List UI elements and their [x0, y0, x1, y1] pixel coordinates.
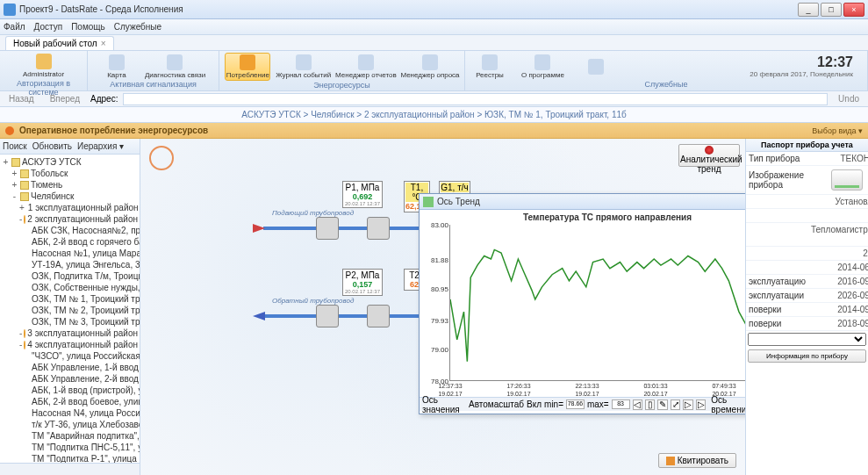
min-input[interactable]: 78.66: [566, 399, 585, 409]
tree-node[interactable]: т/к УТ-36, улица Хлебозаво: [2, 419, 138, 430]
menu-help[interactable]: Помощь: [71, 22, 105, 32]
tree-node[interactable]: ОЗК, Подпитка Т/м, Троицк: [2, 270, 138, 282]
pump-2[interactable]: [367, 305, 390, 327]
passport-header: Паспорт прибора учета: [746, 139, 868, 152]
nav-bar: Назад Вперед Адрес: Undo: [0, 91, 868, 107]
tree-node[interactable]: АБК СЗК, Насосная№2, про: [2, 225, 138, 236]
tree-node[interactable]: +Тюмень: [2, 179, 138, 191]
hierarchy-select[interactable]: Иерархия ▾: [77, 141, 124, 151]
max-input[interactable]: 83: [612, 399, 630, 409]
journal-button[interactable]: Журнал событий: [276, 54, 330, 80]
menu-bar: Файл Доступ Помощь Служебные: [0, 19, 868, 35]
about-button[interactable]: О программе: [518, 54, 568, 80]
tree-node[interactable]: ТМ "Аварийная подпитка", у: [2, 430, 138, 442]
tool-1[interactable]: ▯: [645, 399, 655, 410]
menu-file[interactable]: Файл: [4, 22, 25, 32]
journal-icon: [296, 54, 312, 70]
valve-2[interactable]: [316, 305, 339, 327]
analytic-trend-button[interactable]: Аналитический тренд: [678, 144, 740, 167]
info-icon: [534, 54, 550, 70]
tree-node[interactable]: АБК, 2-й ввод боевое, улиц: [2, 396, 138, 407]
page-title: Оперативное потребление энергоресурсов: [19, 126, 807, 135]
tool-next[interactable]: ▷: [696, 399, 706, 410]
tab-close-icon[interactable]: ×: [101, 39, 106, 48]
tab-bar: Новый рабочий стол ×: [0, 35, 868, 51]
breadcrumb[interactable]: АСКУТЭ УТСК > Челябинск > 2 эксплуатацио…: [0, 107, 868, 123]
tree-node[interactable]: +АСКУТЭ УТСК: [2, 156, 138, 168]
sidebar: Поиск Обновить Иерархия ▾ +АСКУТЭ УТСК+Т…: [0, 139, 140, 475]
app-icon: [4, 4, 16, 16]
passport-select[interactable]: [748, 333, 866, 346]
arrow-right-icon: [253, 224, 265, 233]
poll-button[interactable]: Менеджер опроса: [401, 54, 459, 80]
consumption-button[interactable]: Потребление: [225, 53, 270, 81]
tab-desktop[interactable]: Новый рабочий стол ×: [5, 36, 114, 50]
tree-node[interactable]: -3 эксплуатационный район: [2, 327, 138, 339]
tool-prev[interactable]: ◁: [633, 399, 642, 410]
menu-access[interactable]: Доступ: [34, 22, 63, 32]
tool-play[interactable]: ▷: [683, 399, 692, 410]
chart-title: Температура ТС прямого направления: [420, 210, 745, 225]
bot-pipe-label: Обратный трубопровод: [272, 297, 354, 305]
tree-node[interactable]: АБК Управление, 1-й ввод: [2, 362, 138, 373]
gauge-g1[interactable]: G1, т/ч: [439, 181, 470, 194]
address-input[interactable]: [123, 93, 828, 105]
tree-node[interactable]: +1 эксплуатационный район: [2, 202, 138, 213]
reports-button[interactable]: Менеджер отчетов: [336, 54, 396, 80]
gauge-p1[interactable]: P1, МПа0,69220.02.17 12:37: [342, 181, 383, 208]
minimize-button[interactable]: _: [798, 3, 819, 17]
nav-back[interactable]: Назад: [4, 93, 39, 104]
tree-node[interactable]: ОЗК, ТМ № 2, Троицкий тра: [2, 305, 138, 316]
trend-window: Ось Тренд ⨉ Температура ТС прямого напра…: [419, 193, 745, 414]
window-title: Проект9 - DatsRate - Среда Исполнения: [19, 4, 798, 14]
kvit-button[interactable]: Квитировать: [658, 453, 736, 468]
map-button[interactable]: Карта: [97, 54, 136, 80]
tree-node[interactable]: ТМ "Подпитка Р-1", улица Р: [2, 453, 138, 463]
close-button[interactable]: ×: [843, 3, 864, 17]
tree-node[interactable]: АБК, 1-й ввод (пристрой), ул: [2, 385, 138, 396]
menu-service[interactable]: Служебные: [114, 22, 161, 32]
maximize-button[interactable]: □: [821, 3, 842, 17]
h-scrollbar[interactable]: [0, 463, 140, 475]
chart-plot[interactable]: 78.0079.0079.9380.9581.8883.0012:37:3319…: [449, 225, 745, 381]
tree-view[interactable]: +АСКУТЭ УТСК+Тобольск+Тюмень-Челябинск+1…: [0, 155, 140, 463]
tree-node[interactable]: -Челябинск: [2, 191, 138, 202]
status-dot-icon: [5, 126, 14, 135]
tree-node[interactable]: +Тобольск: [2, 168, 138, 179]
nav-undo[interactable]: Undo: [833, 93, 864, 104]
tree-node[interactable]: Насосная N4, улица Россий: [2, 407, 138, 419]
search-label[interactable]: Поиск: [3, 141, 27, 151]
diag-button[interactable]: Диагностика связи: [141, 54, 209, 80]
logo-icon: [149, 146, 174, 170]
tree-node[interactable]: ОЗК, Собственные нужды, Т: [2, 282, 138, 293]
admin-button[interactable]: Administrator: [19, 53, 68, 79]
tree-node[interactable]: -2 эксплуатационный район: [2, 213, 138, 225]
tree-node[interactable]: АБК, 2-й ввод с горячего ба: [2, 236, 138, 248]
tree-node[interactable]: ОЗК, ТМ № 3, Троицкий тра: [2, 316, 138, 327]
gauge-p2[interactable]: P2, МПа0,15720.02.17 12:37: [342, 269, 383, 296]
trend-icon: [705, 146, 714, 155]
tree-node[interactable]: ТМ "Подпитка ПНС-5,11", ул: [2, 442, 138, 453]
tree-node[interactable]: Насосная №1, улица Марат: [2, 248, 138, 259]
title-bar: Проект9 - DatsRate - Среда Исполнения _ …: [0, 0, 868, 19]
device-info-button[interactable]: Информация по прибору: [748, 349, 866, 363]
nav-fwd[interactable]: Вперед: [45, 93, 85, 104]
view-select[interactable]: Выбор вида ▾: [812, 126, 863, 135]
tree-node[interactable]: ОЗК, ТМ № 1, Троицкий тра: [2, 293, 138, 305]
tree-node[interactable]: АБК Управление, 2-й ввод: [2, 373, 138, 385]
refresh-button[interactable]: Обновить: [32, 141, 72, 151]
top-pipe-label: Подающий трубопровод: [272, 209, 354, 217]
device-image: [831, 169, 863, 191]
tree-node[interactable]: "ЧЗСО", улица Российская: [2, 350, 138, 362]
chart-icon: [240, 54, 255, 70]
tool-2[interactable]: ✎: [657, 399, 667, 410]
tree-node[interactable]: -4 эксплуатационный район: [2, 339, 138, 350]
addr-label: Адрес:: [90, 94, 118, 104]
tree-node[interactable]: УТ-19А, улица Энгельса, 3: [2, 259, 138, 270]
settings-button[interactable]: [577, 58, 615, 76]
valve-1[interactable]: [316, 217, 339, 240]
pump-1[interactable]: [367, 217, 390, 240]
ack-icon: [666, 457, 675, 465]
registry-button[interactable]: Реестры: [470, 54, 509, 80]
tool-3[interactable]: ⤢: [671, 399, 680, 410]
